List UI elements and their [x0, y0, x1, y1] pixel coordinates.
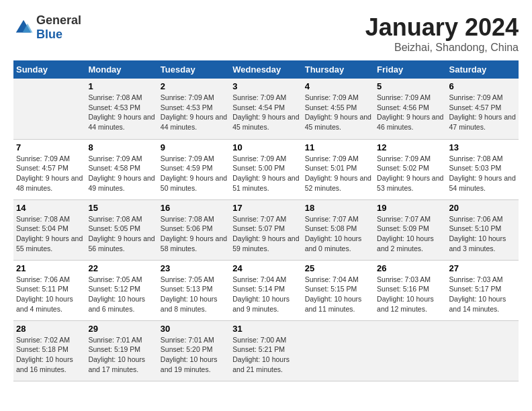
day-cell: 14Sunrise: 7:08 AMSunset: 5:04 PMDayligh… [13, 199, 85, 260]
day-number: 25 [305, 263, 371, 273]
day-cell: 10Sunrise: 7:09 AMSunset: 5:00 PMDayligh… [230, 139, 302, 199]
day-info: Sunrise: 7:06 AMSunset: 5:11 PMDaylight:… [16, 275, 73, 313]
day-number: 23 [161, 263, 227, 273]
col-header-thursday: Thursday [302, 60, 374, 79]
week-row-4: 21Sunrise: 7:06 AMSunset: 5:11 PMDayligh… [13, 260, 519, 320]
day-cell [302, 320, 374, 381]
day-cell: 24Sunrise: 7:04 AMSunset: 5:14 PMDayligh… [230, 260, 302, 320]
calendar-table: SundayMondayTuesdayWednesdayThursdayFrid… [13, 60, 519, 381]
day-info: Sunrise: 7:03 AMSunset: 5:16 PMDaylight:… [377, 275, 434, 313]
day-cell [374, 320, 446, 381]
day-cell: 15Sunrise: 7:08 AMSunset: 5:05 PMDayligh… [85, 199, 157, 260]
day-info: Sunrise: 7:08 AMSunset: 5:05 PMDaylight:… [88, 215, 154, 253]
day-cell: 21Sunrise: 7:06 AMSunset: 5:11 PMDayligh… [13, 260, 85, 320]
day-info: Sunrise: 7:01 AMSunset: 5:19 PMDaylight:… [88, 336, 145, 373]
day-cell: 13Sunrise: 7:08 AMSunset: 5:03 PMDayligh… [447, 139, 519, 199]
day-info: Sunrise: 7:08 AMSunset: 5:04 PMDaylight:… [16, 215, 83, 253]
col-header-tuesday: Tuesday [158, 60, 230, 79]
day-number: 1 [88, 81, 154, 91]
day-number: 24 [232, 263, 299, 273]
day-number: 5 [377, 81, 443, 91]
day-info: Sunrise: 7:00 AMSunset: 5:21 PMDaylight:… [232, 336, 290, 373]
day-number: 12 [377, 142, 443, 152]
day-cell: 17Sunrise: 7:07 AMSunset: 5:07 PMDayligh… [230, 199, 302, 260]
day-cell: 8Sunrise: 7:09 AMSunset: 4:58 PMDaylight… [85, 139, 157, 199]
day-info: Sunrise: 7:08 AMSunset: 5:03 PMDaylight:… [449, 154, 516, 192]
day-number: 6 [449, 81, 516, 91]
day-number: 30 [161, 324, 227, 334]
header: General Blue January 2024 Beizhai, Shand… [13, 13, 519, 54]
day-number: 17 [232, 203, 299, 213]
logo-blue: Blue [36, 28, 62, 41]
day-info: Sunrise: 7:09 AMSunset: 4:57 PMDaylight:… [449, 93, 516, 131]
day-cell: 30Sunrise: 7:01 AMSunset: 5:20 PMDayligh… [158, 320, 230, 381]
day-cell: 7Sunrise: 7:09 AMSunset: 4:57 PMDaylight… [13, 139, 85, 199]
day-number: 31 [232, 324, 299, 334]
day-cell: 26Sunrise: 7:03 AMSunset: 5:16 PMDayligh… [374, 260, 446, 320]
day-cell: 22Sunrise: 7:05 AMSunset: 5:12 PMDayligh… [85, 260, 157, 320]
day-info: Sunrise: 7:01 AMSunset: 5:20 PMDaylight:… [161, 336, 218, 373]
col-header-friday: Friday [374, 60, 446, 79]
day-number: 27 [449, 263, 516, 273]
day-info: Sunrise: 7:06 AMSunset: 5:10 PMDaylight:… [449, 215, 506, 253]
day-cell [447, 320, 519, 381]
header-row: SundayMondayTuesdayWednesdayThursdayFrid… [13, 60, 519, 79]
day-number: 13 [449, 142, 516, 152]
day-info: Sunrise: 7:04 AMSunset: 5:15 PMDaylight:… [305, 275, 362, 313]
day-info: Sunrise: 7:09 AMSunset: 4:54 PMDaylight:… [232, 93, 299, 131]
day-cell: 5Sunrise: 7:09 AMSunset: 4:56 PMDaylight… [374, 79, 446, 139]
day-number: 15 [88, 203, 154, 213]
col-header-saturday: Saturday [447, 60, 519, 79]
day-cell: 18Sunrise: 7:07 AMSunset: 5:08 PMDayligh… [302, 199, 374, 260]
day-cell: 6Sunrise: 7:09 AMSunset: 4:57 PMDaylight… [447, 79, 519, 139]
day-number: 9 [161, 142, 227, 152]
day-cell: 28Sunrise: 7:02 AMSunset: 5:18 PMDayligh… [13, 320, 85, 381]
day-number: 10 [232, 142, 299, 152]
day-number: 19 [377, 203, 443, 213]
day-number: 8 [88, 142, 154, 152]
day-cell: 29Sunrise: 7:01 AMSunset: 5:19 PMDayligh… [85, 320, 157, 381]
day-cell: 1Sunrise: 7:08 AMSunset: 4:53 PMDaylight… [85, 79, 157, 139]
day-info: Sunrise: 7:09 AMSunset: 4:56 PMDaylight:… [377, 93, 443, 131]
day-info: Sunrise: 7:08 AMSunset: 4:53 PMDaylight:… [88, 93, 154, 131]
col-header-monday: Monday [85, 60, 157, 79]
subtitle: Beizhai, Shandong, China [365, 42, 519, 54]
day-info: Sunrise: 7:08 AMSunset: 5:06 PMDaylight:… [161, 215, 227, 253]
day-number: 22 [88, 263, 154, 273]
day-info: Sunrise: 7:09 AMSunset: 5:00 PMDaylight:… [232, 154, 299, 192]
day-cell: 12Sunrise: 7:09 AMSunset: 5:02 PMDayligh… [374, 139, 446, 199]
logo-general: General [36, 13, 81, 27]
day-cell: 27Sunrise: 7:03 AMSunset: 5:17 PMDayligh… [447, 260, 519, 320]
day-number: 26 [377, 263, 443, 273]
week-row-1: 1Sunrise: 7:08 AMSunset: 4:53 PMDaylight… [13, 79, 519, 139]
day-cell: 9Sunrise: 7:09 AMSunset: 4:59 PMDaylight… [158, 139, 230, 199]
day-info: Sunrise: 7:05 AMSunset: 5:13 PMDaylight:… [161, 275, 218, 313]
day-number: 4 [305, 81, 371, 91]
logo-icon [13, 17, 34, 38]
week-row-3: 14Sunrise: 7:08 AMSunset: 5:04 PMDayligh… [13, 199, 519, 260]
day-info: Sunrise: 7:09 AMSunset: 5:01 PMDaylight:… [305, 154, 371, 192]
day-number: 28 [16, 324, 83, 334]
day-info: Sunrise: 7:09 AMSunset: 4:58 PMDaylight:… [88, 154, 154, 192]
day-cell: 31Sunrise: 7:00 AMSunset: 5:21 PMDayligh… [230, 320, 302, 381]
day-cell: 25Sunrise: 7:04 AMSunset: 5:15 PMDayligh… [302, 260, 374, 320]
day-info: Sunrise: 7:04 AMSunset: 5:14 PMDaylight:… [232, 275, 290, 313]
day-number: 3 [232, 81, 299, 91]
logo-text: General Blue [36, 13, 81, 42]
day-info: Sunrise: 7:07 AMSunset: 5:07 PMDaylight:… [232, 215, 299, 253]
col-header-wednesday: Wednesday [230, 60, 302, 79]
day-number: 18 [305, 203, 371, 213]
day-info: Sunrise: 7:03 AMSunset: 5:17 PMDaylight:… [449, 275, 506, 313]
day-info: Sunrise: 7:09 AMSunset: 4:53 PMDaylight:… [161, 93, 227, 131]
day-cell: 2Sunrise: 7:09 AMSunset: 4:53 PMDaylight… [158, 79, 230, 139]
day-number: 16 [161, 203, 227, 213]
day-info: Sunrise: 7:09 AMSunset: 4:55 PMDaylight:… [305, 93, 371, 131]
logo: General Blue [13, 13, 81, 42]
day-cell: 11Sunrise: 7:09 AMSunset: 5:01 PMDayligh… [302, 139, 374, 199]
day-number: 20 [449, 203, 516, 213]
day-info: Sunrise: 7:07 AMSunset: 5:09 PMDaylight:… [377, 215, 434, 253]
week-row-2: 7Sunrise: 7:09 AMSunset: 4:57 PMDaylight… [13, 139, 519, 199]
day-info: Sunrise: 7:09 AMSunset: 4:59 PMDaylight:… [161, 154, 227, 192]
day-cell: 20Sunrise: 7:06 AMSunset: 5:10 PMDayligh… [447, 199, 519, 260]
day-number: 11 [305, 142, 371, 152]
